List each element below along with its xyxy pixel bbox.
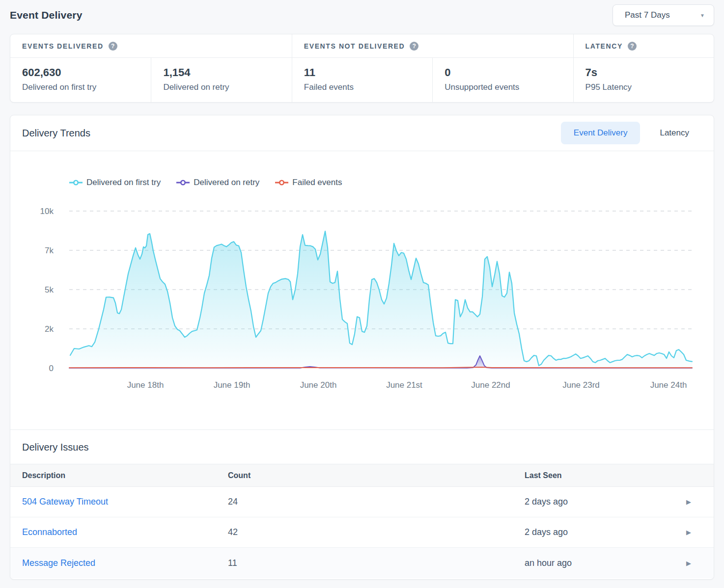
chevron-right-icon[interactable]: ▶ xyxy=(686,529,714,536)
chevron-right-icon[interactable]: ▶ xyxy=(686,560,714,567)
stat-label: Delivered on first try xyxy=(22,82,139,92)
stat-delivered-first-try: 602,630 Delivered on first try xyxy=(10,58,151,102)
svg-text:June 23rd: June 23rd xyxy=(562,380,600,390)
svg-text:June 22nd: June 22nd xyxy=(471,380,510,390)
issue-last-seen: 2 days ago xyxy=(525,527,686,537)
delivery-issues-header: Delivery Issues xyxy=(10,429,714,464)
svg-text:June 24th: June 24th xyxy=(650,380,687,390)
legend-label: Delivered on first try xyxy=(86,178,161,187)
table-row[interactable]: 504 Gateway Timeout 24 2 days ago ▶ xyxy=(10,487,714,517)
stat-value: 7s xyxy=(585,66,702,79)
delivery-trends-chart: 10k7k5k2k0June 18thJune 19thJune 20thJun… xyxy=(10,151,714,429)
legend-label: Delivered on retry xyxy=(194,178,259,187)
issue-count: 11 xyxy=(228,558,525,568)
legend-item-delivered-first-try[interactable]: Delivered on first try xyxy=(69,178,161,187)
delivery-trends-title: Delivery Trends xyxy=(22,128,90,139)
topbar: Event Delivery Past 7 Days ▼ xyxy=(10,3,714,27)
trends-tabs: Event Delivery Latency xyxy=(561,122,702,144)
delivery-trends-header: Delivery Trends Event Delivery Latency xyxy=(10,115,714,151)
help-icon[interactable]: ? xyxy=(410,42,418,51)
stats-summary-card: EVENTS DELIVERED ? EVENTS NOT DELIVERED … xyxy=(10,34,714,103)
chart-legend: Delivered on first try Delivered on retr… xyxy=(69,178,342,187)
stats-group-label: EVENTS DELIVERED xyxy=(22,42,104,50)
issue-count: 42 xyxy=(228,527,525,537)
legend-marker-failed-icon xyxy=(275,180,288,186)
stat-delivered-on-retry: 1,154 Delivered on retry xyxy=(151,58,291,102)
legend-item-failed-events[interactable]: Failed events xyxy=(275,178,342,187)
legend-label: Failed events xyxy=(292,178,342,187)
column-header-last-seen: Last Seen xyxy=(525,471,686,480)
tab-latency[interactable]: Latency xyxy=(647,122,702,144)
stat-value: 11 xyxy=(304,66,420,79)
issue-link[interactable]: Message Rejected xyxy=(22,558,95,568)
stat-label: Failed events xyxy=(304,82,420,92)
date-range-select[interactable]: Past 7 Days ▼ xyxy=(613,4,714,26)
svg-text:2k: 2k xyxy=(45,324,54,334)
delivery-issues-title: Delivery Issues xyxy=(22,442,702,453)
svg-text:0: 0 xyxy=(49,364,54,373)
tab-event-delivery[interactable]: Event Delivery xyxy=(561,122,640,144)
legend-item-delivered-retry[interactable]: Delivered on retry xyxy=(176,178,259,187)
stat-label: P95 Latency xyxy=(585,82,702,92)
svg-text:June 20th: June 20th xyxy=(300,380,337,390)
stats-group-label: EVENTS NOT DELIVERED xyxy=(304,42,405,50)
issue-count: 24 xyxy=(228,497,525,507)
issue-link[interactable]: 504 Gateway Timeout xyxy=(22,497,108,507)
svg-text:June 19th: June 19th xyxy=(214,380,251,390)
svg-text:7k: 7k xyxy=(45,246,54,255)
column-header-description: Description xyxy=(22,471,228,480)
stat-value: 1,154 xyxy=(163,66,279,79)
stat-p95-latency: 7s P95 Latency xyxy=(573,58,714,102)
help-icon[interactable]: ? xyxy=(109,42,117,51)
svg-text:June 18th: June 18th xyxy=(127,380,164,390)
table-row[interactable]: Message Rejected 11 an hour ago ▶ xyxy=(10,548,714,578)
page-title: Event Delivery xyxy=(10,9,83,21)
legend-marker-first-try-icon xyxy=(69,180,83,186)
stat-label: Unsupported events xyxy=(445,82,561,92)
svg-text:June 21st: June 21st xyxy=(386,380,422,390)
issue-link[interactable]: Econnaborted xyxy=(22,527,77,537)
stat-label: Delivered on retry xyxy=(163,82,279,92)
issue-last-seen: an hour ago xyxy=(525,558,686,568)
column-header-count: Count xyxy=(228,471,525,480)
stats-group-events-not-delivered: EVENTS NOT DELIVERED ? xyxy=(292,34,573,58)
stat-value: 602,630 xyxy=(22,66,139,79)
stat-value: 0 xyxy=(445,66,561,79)
main-card: Delivery Trends Event Delivery Latency D… xyxy=(10,115,714,580)
help-icon[interactable]: ? xyxy=(628,42,637,51)
table-row[interactable]: Econnaborted 42 2 days ago ▶ xyxy=(10,517,714,548)
issue-last-seen: 2 days ago xyxy=(525,497,686,507)
event-delivery-page: Event Delivery Past 7 Days ▼ EVENTS DELI… xyxy=(0,0,724,580)
stats-group-latency: LATENCY ? xyxy=(573,34,714,58)
issues-table-header: Description Count Last Seen xyxy=(10,464,714,487)
delivery-trends-chart-area: Delivered on first try Delivered on retr… xyxy=(10,151,714,429)
stats-group-label: LATENCY xyxy=(585,42,623,50)
stat-unsupported-events: 0 Unsupported events xyxy=(432,58,573,102)
svg-text:10k: 10k xyxy=(40,207,54,216)
stat-failed-events: 11 Failed events xyxy=(292,58,432,102)
svg-text:5k: 5k xyxy=(45,285,54,294)
chevron-right-icon[interactable]: ▶ xyxy=(686,498,714,506)
date-range-value: Past 7 Days xyxy=(625,10,670,20)
chevron-down-icon: ▼ xyxy=(700,13,705,18)
stats-group-events-delivered: EVENTS DELIVERED ? xyxy=(10,34,292,58)
legend-marker-retry-icon xyxy=(176,180,190,186)
